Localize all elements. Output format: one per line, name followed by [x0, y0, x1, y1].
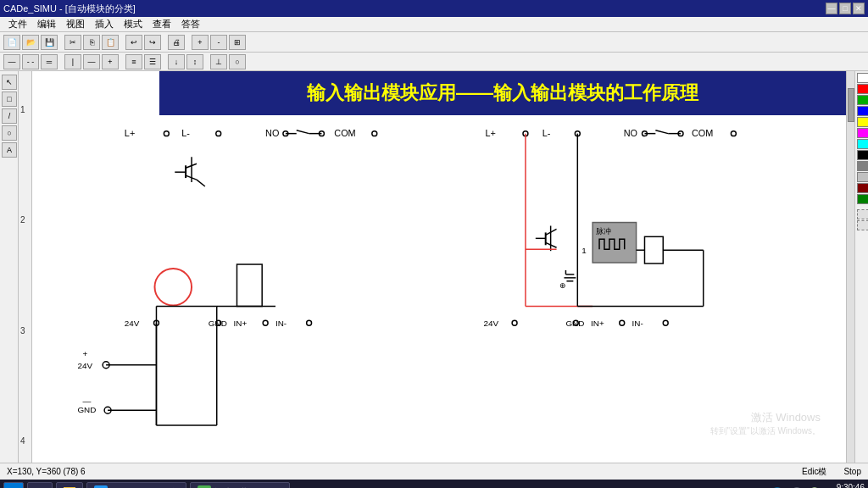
swatch-dash2[interactable] — [857, 220, 868, 230]
tool-line[interactable]: / — [2, 108, 17, 124]
swatch-red[interactable] — [857, 84, 868, 94]
tool-text[interactable]: A — [2, 142, 17, 158]
menu-check[interactable]: 查看 — [147, 18, 176, 30]
left-inplus-label: IN+ — [234, 319, 248, 328]
menu-file[interactable]: 文件 — [3, 18, 32, 30]
right-inminus-label: IN- — [632, 319, 643, 328]
swatch-dark-green[interactable] — [857, 194, 868, 204]
svg-rect-14 — [236, 264, 262, 306]
menu-insert[interactable]: 插入 — [90, 18, 119, 30]
swatch-magenta[interactable] — [857, 128, 868, 138]
tool-rect[interactable]: □ — [2, 92, 17, 107]
svg-point-23 — [263, 320, 268, 325]
tb-cut[interactable]: ✂ — [64, 35, 81, 50]
left-tool-panel: ↖ □ / ○ A — [0, 71, 19, 463]
minimize-button[interactable]: — — [826, 3, 837, 14]
watermark-line2: 转到"设置"以激活 Windows。 — [710, 425, 821, 437]
right-com-label: COM — [692, 128, 713, 138]
tb2-b2[interactable]: ☰ — [144, 54, 161, 69]
tb2-line[interactable]: — — [3, 54, 20, 69]
swatch-gray[interactable] — [857, 161, 868, 171]
left-no-label: NO — [265, 128, 279, 138]
swatch-cyan[interactable] — [857, 139, 868, 149]
recorder-taskbar-button[interactable]: 录 迅捷屏幕录像工具 — [190, 482, 290, 488]
swatch-dash1[interactable] — [857, 209, 868, 219]
left-inminus-label: IN- — [275, 319, 287, 328]
tb-open[interactable]: 📂 — [22, 35, 39, 50]
tb-undo[interactable]: ↩ — [125, 35, 142, 50]
tb2-thick[interactable]: ═ — [41, 54, 58, 69]
tb2-dline[interactable]: - - — [22, 54, 39, 69]
menu-view[interactable]: 视图 — [61, 18, 90, 30]
tb2-sym2[interactable]: ○ — [229, 54, 246, 69]
swatch-silver[interactable] — [857, 172, 868, 182]
tb-zoom-in[interactable]: + — [192, 35, 209, 50]
scroll-thumb[interactable] — [848, 88, 854, 122]
swatch-green[interactable] — [857, 95, 868, 105]
tool-select[interactable]: ↖ — [2, 75, 17, 90]
tb-redo[interactable]: ↪ — [144, 35, 161, 50]
tb2-vert[interactable]: | — [64, 54, 81, 69]
svg-point-38 — [731, 131, 736, 136]
swatch-black[interactable] — [857, 150, 868, 160]
tb-print[interactable]: 🖨 — [168, 35, 185, 50]
taskbar-right: 🌐 🔊 🔋 9:30:46 2023/4/11 — [771, 483, 865, 488]
tb2-arrows[interactable]: ↕ — [186, 54, 203, 69]
status-display: Stop — [843, 467, 861, 476]
left-com-label: COM — [334, 128, 355, 138]
svg-point-7 — [372, 131, 377, 136]
left-24v-left-plus: + — [82, 349, 87, 358]
taskbar: ⊞ 🔍 📁 C CADe_SIMU - [自... 录 迅捷屏幕录像工具 🌐 🔊… — [0, 480, 868, 488]
mode-display: Edic模 — [802, 466, 826, 478]
tb-paste[interactable]: 📋 — [102, 35, 119, 50]
search-button[interactable]: 🔍 — [27, 482, 53, 488]
title-bar: CADe_SIMU - [自动模块的分类] — □ ✕ — [0, 0, 868, 17]
svg-point-62 — [663, 320, 668, 325]
window-controls[interactable]: — □ ✕ — [826, 3, 865, 14]
swatch-blue[interactable] — [857, 106, 868, 116]
svg-point-61 — [620, 320, 625, 325]
scrollbar-vertical[interactable] — [846, 71, 854, 463]
svg-point-1 — [216, 131, 221, 136]
maximize-button[interactable]: □ — [839, 3, 851, 14]
tb2-arrow-dn[interactable]: ↓ — [168, 54, 185, 69]
row-1: 1 — [20, 105, 30, 114]
tb-copy[interactable]: ⎘ — [83, 35, 100, 50]
tb-new[interactable]: 📄 — [3, 35, 20, 50]
close-button[interactable]: ✕ — [853, 3, 865, 14]
swatch-dark-red[interactable] — [857, 183, 868, 193]
svg-line-34 — [655, 130, 668, 134]
tb-zoom-out[interactable]: - — [210, 35, 227, 50]
svg-point-15 — [154, 269, 192, 306]
pulse-label: 脉冲 — [596, 227, 611, 236]
watermark: 激活 Windows 转到"设置"以激活 Windows。 — [710, 410, 821, 437]
left-lminus-label: L- — [181, 128, 190, 138]
swatch-white[interactable] — [857, 73, 868, 83]
right-lminus-label: L- — [542, 128, 551, 138]
tb2-sym1[interactable]: ⊥ — [210, 54, 227, 69]
tb2-cross[interactable]: + — [102, 54, 119, 69]
toolbar-secondary: — - - ═ | — + ≡ ☰ ↓ ↕ ⊥ ○ — [0, 53, 868, 71]
menu-extra[interactable]: 答答 — [176, 18, 205, 30]
svg-line-3 — [297, 130, 309, 134]
clock-time: 9:30:46 — [827, 483, 865, 488]
start-button[interactable]: ⊞ — [3, 482, 24, 488]
row-2: 2 — [20, 215, 30, 225]
left-24v-left-label: 24V — [77, 361, 92, 370]
canvas-area[interactable]: 输入输出模块应用——输入输出模块的工作原理 L+ L- NO COM — [32, 71, 846, 463]
tb-save[interactable]: 💾 — [41, 35, 58, 50]
coords-display: X=130, Y=360 (78) 6 — [7, 467, 86, 476]
tb-zoom-fit[interactable]: ⊞ — [229, 35, 246, 50]
clock-display[interactable]: 9:30:46 2023/4/11 — [827, 483, 865, 488]
tool-circle[interactable]: ○ — [2, 125, 17, 141]
cadesimu-taskbar-button[interactable]: C CADe_SIMU - [自... — [86, 482, 186, 488]
tb2-b1[interactable]: ≡ — [125, 54, 142, 69]
menu-edit[interactable]: 编辑 — [32, 18, 61, 30]
swatch-yellow[interactable] — [857, 117, 868, 127]
color-panel — [854, 71, 868, 463]
menu-mode[interactable]: 模式 — [119, 18, 147, 30]
svg-line-13 — [197, 180, 205, 186]
file-explorer-button[interactable]: 📁 — [56, 482, 83, 488]
right-lplus-label: L+ — [485, 128, 495, 138]
tb2-horiz[interactable]: — — [83, 54, 100, 69]
